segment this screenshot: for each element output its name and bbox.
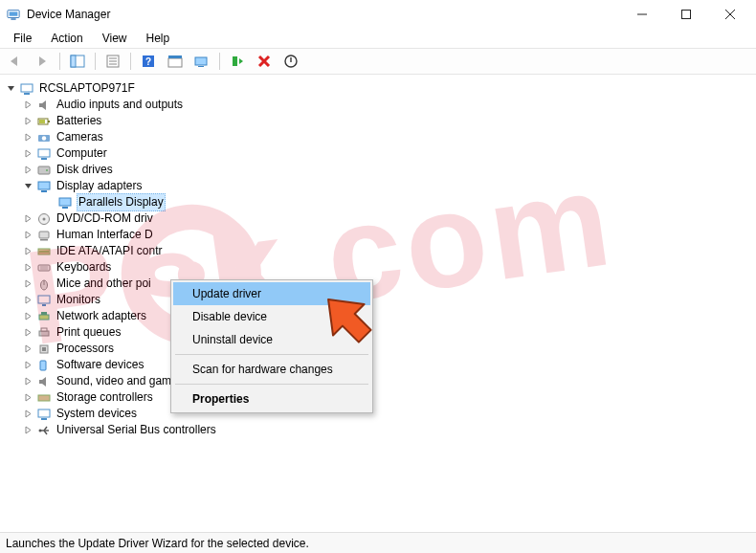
chevron-right-icon[interactable]	[23, 278, 33, 289]
svg-rect-53	[38, 296, 50, 303]
chevron-right-icon[interactable]	[23, 327, 33, 338]
scan-hardware-button[interactable]	[190, 51, 213, 72]
pointer-cursor-icon	[316, 287, 383, 354]
disable-button[interactable]	[279, 51, 302, 72]
tree-category[interactable]: Keyboards	[6, 259, 756, 276]
chevron-right-icon[interactable]	[23, 116, 33, 126]
chevron-right-icon[interactable]	[23, 230, 33, 240]
chevron-right-icon[interactable]	[23, 132, 33, 143]
tree-category[interactable]: Audio inputs and outputs	[6, 97, 756, 113]
svg-rect-21	[195, 57, 207, 65]
enable-button[interactable]	[226, 51, 249, 72]
toolbar-separator	[95, 53, 96, 70]
chevron-right-icon[interactable]	[23, 148, 33, 159]
category-icon	[36, 146, 52, 162]
chevron-right-icon[interactable]	[23, 246, 33, 256]
svg-rect-23	[233, 56, 237, 66]
back-button[interactable]	[4, 51, 27, 72]
forward-button[interactable]	[31, 51, 54, 72]
menu-help[interactable]: Help	[137, 30, 180, 47]
chevron-right-icon[interactable]	[23, 409, 33, 419]
app-icon	[6, 7, 21, 22]
tree-category[interactable]: Software devices	[6, 357, 756, 373]
chevron-right-icon[interactable]	[23, 343, 33, 354]
tree-category-label: Processors	[56, 341, 115, 357]
tree-category[interactable]: Sound, video and game controllers	[6, 373, 756, 389]
cm-scan-hardware[interactable]: Scan for hardware changes	[173, 358, 370, 381]
category-icon	[36, 390, 52, 406]
chevron-right-icon[interactable]	[23, 213, 33, 224]
chevron-right-icon[interactable]	[23, 376, 33, 387]
chevron-right-icon[interactable]	[23, 392, 33, 403]
help-button[interactable]: ?	[137, 51, 160, 72]
chevron-right-icon[interactable]	[23, 360, 33, 370]
computer-icon	[19, 81, 34, 97]
tree-category[interactable]: IDE ATA/ATAPI contr	[6, 243, 756, 259]
tree-category[interactable]: Display adapters	[6, 178, 756, 194]
svg-rect-58	[41, 328, 47, 331]
tree-category-label: Mice and other poi	[56, 276, 152, 292]
menu-action[interactable]: Action	[41, 30, 92, 47]
chevron-right-icon[interactable]	[23, 295, 33, 305]
svg-rect-45	[40, 239, 48, 241]
toolbar-separator	[130, 53, 131, 70]
tree-category-label: Keyboards	[56, 259, 112, 276]
chevron-right-icon[interactable]	[23, 165, 33, 175]
category-icon	[36, 358, 52, 373]
svg-rect-48	[38, 265, 50, 271]
tree-category[interactable]: Universal Serial Bus controllers	[6, 422, 756, 438]
menubar: File Action View Help	[0, 29, 756, 48]
svg-rect-5	[10, 11, 18, 15]
uninstall-button[interactable]	[253, 51, 276, 72]
maximize-button[interactable]	[664, 1, 708, 28]
tree-category[interactable]: System devices	[6, 406, 756, 422]
chevron-right-icon[interactable]	[23, 311, 33, 321]
tree-root[interactable]: RCSLAPTOP971F	[6, 80, 756, 97]
svg-rect-8	[682, 11, 691, 19]
cm-properties[interactable]: Properties	[173, 387, 370, 410]
svg-rect-12	[71, 55, 76, 67]
chevron-down-icon[interactable]	[6, 83, 16, 94]
statusbar: Launches the Update Driver Wizard for th…	[0, 532, 756, 553]
svg-rect-20	[168, 55, 182, 58]
chevron-right-icon[interactable]	[23, 262, 33, 273]
svg-point-43	[43, 217, 46, 220]
tree-category[interactable]: Storage controllers	[6, 389, 756, 406]
svg-rect-19	[168, 58, 182, 67]
svg-text:?: ?	[145, 56, 151, 67]
tree-category[interactable]: Computer	[6, 145, 756, 162]
close-button[interactable]	[708, 1, 752, 28]
category-icon	[36, 211, 52, 227]
svg-rect-54	[42, 304, 46, 306]
titlebar: Device Manager	[0, 0, 756, 29]
menu-view[interactable]: View	[93, 30, 137, 47]
tree-category[interactable]: Cameras	[6, 129, 756, 145]
tree-category-label: Storage controllers	[56, 389, 154, 406]
menu-file[interactable]: File	[4, 30, 41, 47]
category-icon	[36, 163, 52, 178]
tree-category[interactable]: Disk drives	[6, 162, 756, 178]
svg-rect-61	[40, 361, 46, 370]
chevron-right-icon[interactable]	[23, 425, 33, 435]
category-icon	[36, 293, 52, 308]
properties-button[interactable]	[101, 51, 124, 72]
svg-rect-22	[198, 66, 204, 67]
update-driver-button[interactable]	[164, 51, 187, 72]
show-hide-tree-button[interactable]	[66, 51, 89, 72]
tree-category[interactable]: Batteries	[6, 113, 756, 129]
tree-device-selected[interactable]: Parallels Display	[6, 194, 756, 210]
cm-separator	[175, 384, 368, 385]
chevron-right-icon[interactable]	[23, 100, 33, 110]
category-icon	[36, 228, 52, 243]
tree-category[interactable]: Human Interface D	[6, 227, 756, 243]
toolbar-separator	[59, 53, 60, 70]
svg-rect-64	[41, 418, 47, 420]
tree-category-label: Print queues	[56, 324, 122, 341]
tree-category[interactable]: DVD/CD-ROM driv	[6, 210, 756, 227]
device-tree[interactable]: RCSLAPTOP971F Audio inputs and outputs B…	[0, 75, 756, 438]
svg-point-33	[42, 136, 46, 140]
chevron-down-icon[interactable]	[23, 181, 33, 191]
minimize-button[interactable]	[620, 1, 664, 28]
window-title: Device Manager	[27, 8, 110, 21]
svg-rect-36	[38, 166, 50, 174]
